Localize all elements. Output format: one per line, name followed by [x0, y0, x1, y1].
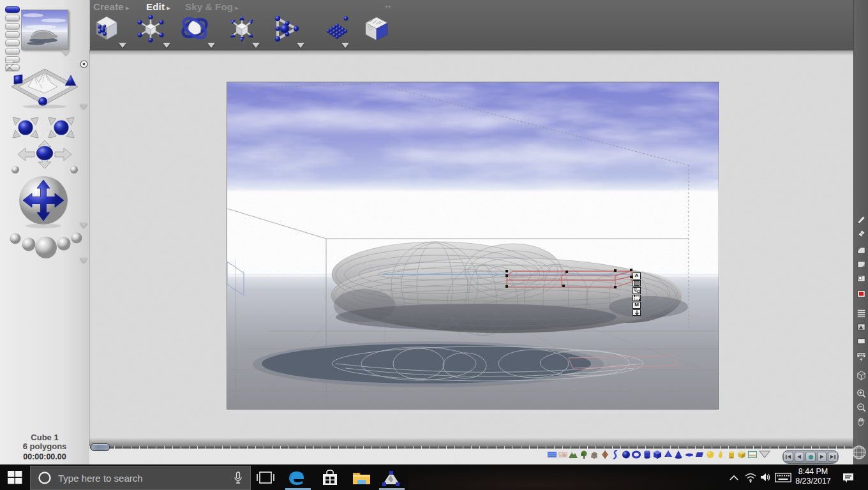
trackball-dropdown-icon[interactable] — [80, 223, 87, 228]
step-back-button[interactable] — [795, 452, 805, 462]
terrain-editor-preview[interactable] — [9, 66, 80, 108]
trackball-control[interactable] — [18, 175, 69, 228]
cylinder-icon[interactable] — [643, 450, 652, 459]
tool-dropdown-icon[interactable] — [297, 43, 304, 48]
view-pill[interactable] — [5, 40, 20, 46]
eraser-icon[interactable] — [856, 228, 867, 239]
wireframe-cube-icon[interactable] — [856, 370, 867, 381]
globe-icon[interactable] — [851, 445, 867, 460]
render-doc-square-icon[interactable] — [856, 273, 867, 284]
zoom-in-icon[interactable] — [856, 388, 867, 399]
terrain-icon[interactable] — [569, 450, 578, 459]
store-button[interactable] — [321, 470, 339, 486]
plop-render-icon[interactable] — [856, 322, 867, 332]
taskbar-search[interactable]: Type here to search — [30, 466, 251, 490]
scene-viewport[interactable] — [227, 82, 719, 410]
clock-time: 8:44 PM — [791, 467, 835, 477]
action-center-icon[interactable] — [842, 472, 855, 484]
sphere-icon[interactable] — [622, 450, 631, 459]
material-button[interactable]: M — [632, 302, 641, 309]
tool-dropdown-icon[interactable] — [207, 43, 215, 48]
radial-light-icon[interactable] — [706, 450, 715, 459]
start-button[interactable] — [8, 471, 23, 485]
menu-create[interactable]: Create▸ — [93, 1, 129, 13]
view-pill[interactable] — [5, 31, 20, 38]
cloud-plane-icon[interactable] — [558, 450, 567, 459]
wifi-icon[interactable] — [744, 472, 757, 483]
resize-tool-icon[interactable] — [136, 14, 165, 43]
resize-bounds-button[interactable] — [632, 295, 641, 302]
edit-terrain-tool-icon[interactable] — [362, 14, 391, 43]
round-parallel-light-icon[interactable] — [727, 450, 736, 459]
render-doc-small-icon[interactable] — [856, 245, 867, 256]
align-tool-icon[interactable] — [271, 14, 301, 43]
water-plane-icon[interactable] — [548, 450, 557, 459]
tool-dropdown-icon[interactable] — [163, 43, 170, 48]
pan-hand-icon[interactable] — [856, 416, 867, 427]
attributes-button[interactable]: A — [632, 272, 641, 279]
speaker-icon[interactable] — [760, 472, 772, 482]
square-spot-light-icon[interactable] — [737, 450, 746, 459]
resize-handle-icon[interactable]: ↔ — [384, 0, 393, 10]
camera-mini-spheres[interactable] — [10, 165, 79, 175]
metaball-icon[interactable] — [611, 450, 620, 459]
preview-dropdown-icon[interactable] — [62, 50, 70, 56]
tray-chevron-icon[interactable] — [729, 475, 739, 481]
record-button[interactable] — [805, 452, 816, 462]
keyboard-shortcuts-icon[interactable] — [856, 351, 867, 362]
render-doc-fold-icon[interactable] — [856, 259, 867, 270]
rotate-tool-icon[interactable] — [179, 13, 210, 43]
tree-icon[interactable] — [580, 450, 588, 459]
picture-object-icon[interactable] — [748, 450, 757, 459]
menu-edit[interactable]: Edit▸ — [146, 1, 170, 13]
view-pill[interactable] — [5, 15, 20, 21]
symmetrical-lattice-icon[interactable] — [601, 450, 610, 459]
pyramid-icon[interactable] — [664, 450, 673, 459]
skip-to-start-button[interactable] — [783, 452, 793, 462]
clear-render-icon[interactable] — [856, 336, 867, 346]
timeline-scrubber[interactable] — [91, 443, 110, 451]
view-pill-active[interactable] — [5, 6, 20, 13]
nano-preview[interactable] — [21, 10, 68, 50]
camera-preset-spheres[interactable] — [5, 228, 84, 262]
tool-dropdown-icon[interactable] — [341, 43, 349, 48]
edge-browser-button[interactable] — [287, 469, 306, 487]
tool-dropdown-icon[interactable] — [252, 43, 260, 48]
texture-lines-icon[interactable] — [856, 308, 867, 318]
touch-keyboard-icon[interactable] — [775, 473, 791, 482]
torus-icon[interactable] — [632, 450, 641, 459]
view-pill[interactable] — [5, 48, 20, 54]
pan-camera-controls[interactable] — [8, 112, 82, 143]
view-pill[interactable] — [5, 23, 20, 29]
file-explorer-button[interactable] — [352, 470, 371, 486]
palette-dropdown-icon[interactable] — [758, 450, 771, 459]
multi-replicate-tool-icon[interactable] — [322, 14, 352, 43]
edit-mesh-tool-icon[interactable] — [92, 14, 121, 43]
origin-dot-button[interactable] — [80, 60, 88, 68]
reposition-tool-icon[interactable] — [227, 14, 257, 43]
rock-icon[interactable] — [590, 450, 599, 459]
skip-to-end-button[interactable] — [828, 452, 838, 462]
terrain-tools-dropdown-icon[interactable] — [80, 104, 87, 109]
disc-icon[interactable] — [685, 450, 694, 459]
cone-icon[interactable] — [674, 450, 683, 459]
camera-presets-dropdown-icon[interactable] — [80, 258, 87, 263]
plane-2d-icon[interactable] — [695, 450, 704, 459]
pencil-icon[interactable] — [856, 214, 867, 225]
tool-dropdown-icon[interactable] — [119, 43, 126, 48]
solo-button[interactable] — [632, 280, 641, 287]
cube-icon[interactable] — [653, 450, 662, 459]
render-button-icon[interactable] — [856, 288, 867, 299]
zoom-out-icon[interactable] — [856, 402, 867, 413]
menu-sky-fog[interactable]: Sky & Fog▸ — [185, 1, 239, 13]
play-button[interactable] — [817, 452, 827, 462]
task-view-button[interactable] — [257, 471, 274, 484]
play-icon — [819, 454, 825, 459]
drop-object-button[interactable] — [632, 309, 641, 316]
microphone-icon[interactable] — [234, 471, 243, 484]
spot-light-icon[interactable] — [716, 450, 725, 459]
link-button[interactable] — [632, 287, 641, 294]
tray-clock[interactable]: 8:44 PM 8/23/2017 — [791, 467, 835, 486]
back-icon — [797, 454, 802, 459]
bryce-app-button[interactable] — [382, 470, 401, 487]
